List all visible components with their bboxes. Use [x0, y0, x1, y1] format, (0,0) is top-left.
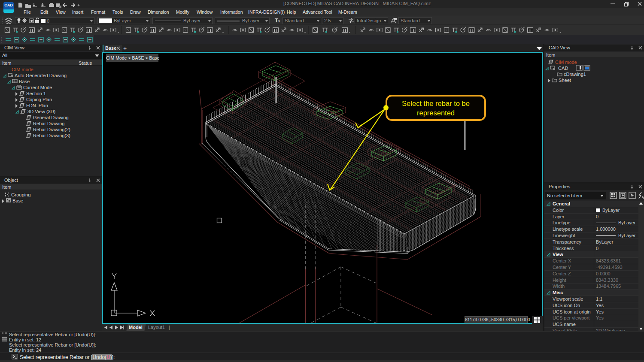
svg-text:Select the rebar to be: Select the rebar to be: [402, 100, 470, 107]
svg-text:represented: represented: [417, 109, 455, 117]
